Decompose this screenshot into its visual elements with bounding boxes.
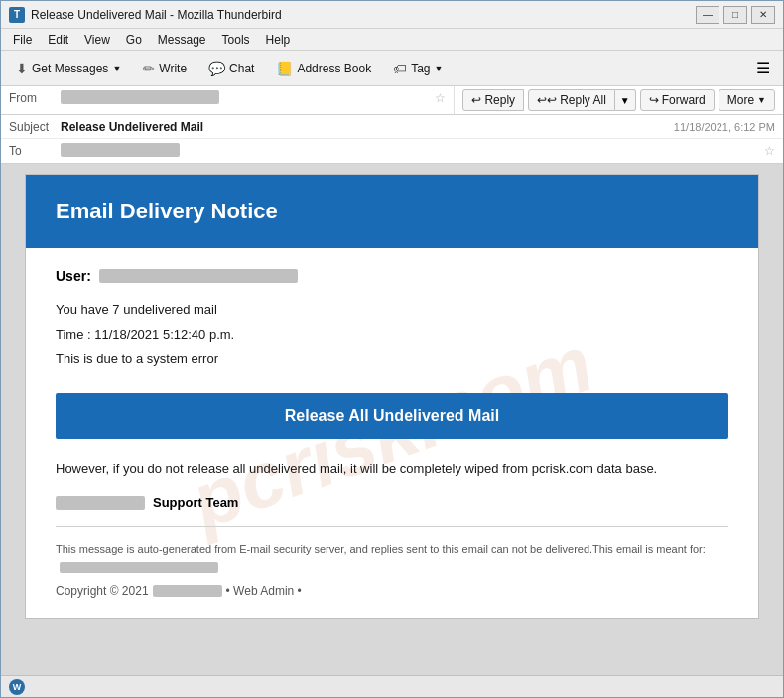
web-admin-text: • Web Admin • [226,584,302,598]
to-value [61,143,760,160]
get-messages-icon: ⬇ [16,61,28,76]
menu-view[interactable]: View [76,31,118,49]
copyright-row: Copyright © 2021 • Web Admin • [56,584,728,598]
email-content-area: Email Delivery Notice pcrisk.com User: Y… [1,164,783,675]
get-messages-button[interactable]: ⬇ Get Messages ▼ [7,56,130,81]
forward-label: Forward [662,93,706,107]
reply-all-label: Reply All [560,93,606,107]
from-value [61,90,431,107]
reply-button[interactable]: ↩ Reply [462,89,524,111]
main-window: T Release Undelivered Mail - Mozilla Thu… [0,0,784,698]
subject-value: Release Undelivered Mail [61,120,674,134]
chat-label: Chat [229,62,254,75]
message-line3: This is due to a system error [56,349,728,370]
reply-all-button-group: ↩↩ Reply All ▼ [528,89,636,111]
status-icon: W [9,679,25,695]
get-messages-label: Get Messages [32,62,108,75]
reply-all-icon: ↩↩ [537,93,557,107]
menu-tools[interactable]: Tools [214,31,258,49]
support-row: Support Team [56,495,728,510]
forward-icon: ↪ [649,93,659,107]
window-controls: — □ ✕ [696,6,775,24]
reply-all-dropdown[interactable]: ▼ [615,89,636,111]
write-label: Write [159,62,187,75]
to-redacted [61,143,180,157]
menu-go[interactable]: Go [118,31,150,49]
menu-edit[interactable]: Edit [40,31,76,49]
toolbar: ⬇ Get Messages ▼ ✏ Write 💬 Chat 📒 Addres… [1,51,783,86]
more-label: More [727,93,754,107]
to-row: To ☆ [1,139,783,163]
close-button[interactable]: ✕ [751,6,775,24]
reply-label: Reply [484,93,515,107]
email-body: Email Delivery Notice pcrisk.com User: Y… [25,174,759,619]
user-row: User: [56,268,728,284]
menu-message[interactable]: Message [150,31,214,49]
minimize-button[interactable]: — [696,6,719,24]
support-name-redacted [56,496,145,510]
message-line2: Time : 11/18/2021 5:12:40 p.m. [56,325,728,346]
from-row: From ☆ [1,86,454,110]
chat-icon: 💬 [208,61,225,76]
menu-file[interactable]: File [5,31,40,49]
reply-all-button[interactable]: ↩↩ Reply All [528,89,615,111]
app-icon: T [9,7,25,23]
address-book-icon: 📒 [276,61,293,76]
toolbar-menu-button[interactable]: ☰ [749,56,777,81]
more-dropdown-icon: ▼ [757,95,766,105]
footer-text: This message is auto-generated from E-ma… [56,541,728,576]
forward-button[interactable]: ↪ Forward [640,89,715,111]
tag-button[interactable]: 🏷 Tag ▼ [384,56,452,81]
from-redacted [61,90,219,104]
copyright-text: Copyright © 2021 [56,584,149,598]
message-line1: You have 7 undelivered mail [56,300,728,321]
email-banner: Email Delivery Notice [26,175,758,248]
footer-email-redacted [60,562,218,573]
menu-help[interactable]: Help [258,31,299,49]
banner-title: Email Delivery Notice [56,199,728,224]
reply-button-group: ↩ Reply [462,89,524,111]
tag-dropdown-icon: ▼ [435,64,444,73]
tag-label: Tag [411,62,430,75]
support-label: Support Team [153,495,238,510]
address-book-label: Address Book [297,62,371,75]
user-label: User: [56,268,91,284]
chat-button[interactable]: 💬 Chat [199,56,263,81]
more-button[interactable]: More ▼ [719,89,775,111]
email-main-content: User: You have 7 undelivered mail Time :… [56,268,728,598]
email-date: 11/18/2021, 6:12 PM [674,121,775,133]
menu-bar: File Edit View Go Message Tools Help [1,29,783,51]
user-value-redacted [99,269,298,283]
email-header-panel: From ☆ ↩ Reply ↩↩ [1,86,783,164]
subject-label: Subject [9,120,61,134]
title-bar: T Release Undelivered Mail - Mozilla Thu… [1,1,783,29]
write-button[interactable]: ✏ Write [134,56,196,81]
footer-divider [56,526,728,527]
warning-text: However, if you do not release all undel… [56,459,728,480]
get-messages-dropdown-icon: ▼ [112,64,121,73]
window-title: Release Undelivered Mail - Mozilla Thund… [31,8,696,22]
from-label: From [9,91,61,105]
release-button[interactable]: Release All Undelivered Mail [56,393,728,439]
address-book-button[interactable]: 📒 Address Book [267,56,380,81]
status-bar: W [1,675,783,697]
to-label: To [9,144,61,158]
reply-icon: ↩ [471,93,481,107]
from-star[interactable]: ☆ [435,91,446,105]
copyright-name-redacted [153,585,222,597]
write-icon: ✏ [143,61,155,76]
tag-icon: 🏷 [393,61,407,76]
subject-row: Subject Release Undelivered Mail 11/18/2… [1,115,783,139]
email-main: pcrisk.com User: You have 7 undelivered … [26,248,758,618]
to-star[interactable]: ☆ [764,144,775,158]
maximize-button[interactable]: □ [723,6,747,24]
